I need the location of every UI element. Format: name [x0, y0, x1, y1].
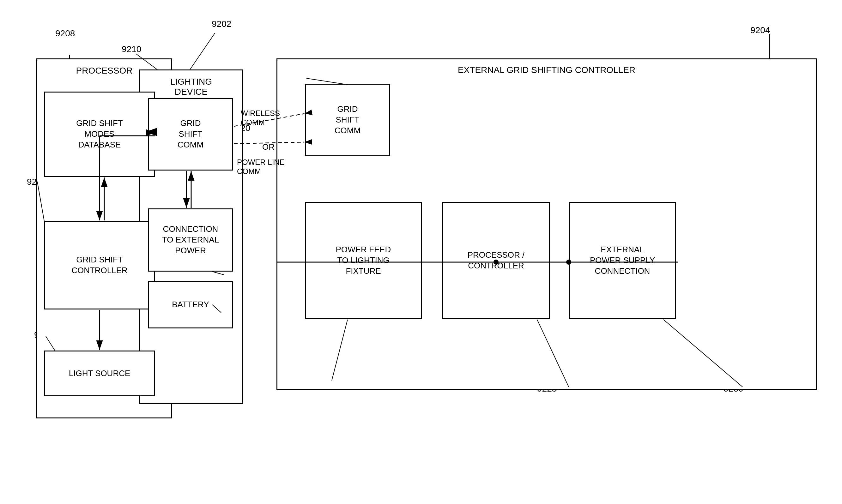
grid-shift-controller-box: GRID SHIFTCONTROLLER [44, 221, 155, 309]
grid-shift-controller-label: GRID SHIFTCONTROLLER [71, 254, 128, 276]
label-9202: 9202 [212, 19, 231, 29]
power-feed-box: POWER FEEDTO LIGHTINGFIXTURE [305, 202, 422, 319]
battery-label: BATTERY [172, 299, 209, 310]
external-power-supply-box: EXTERNALPOWER SUPPLYCONNECTION [569, 202, 676, 319]
lighting-device-label: LIGHTINGDEVICE [170, 77, 212, 97]
battery-box: BATTERY [148, 281, 233, 328]
processor-controller-box: PROCESSOR /CONTROLLER [442, 202, 550, 319]
wireless-comm-label: WIRELESSCOMM [241, 109, 280, 127]
grid-shift-modes-box: GRID SHIFTMODESDATABASE [44, 92, 155, 177]
label-9204: 9204 [750, 25, 770, 35]
grid-shift-comm-left-box: GRIDSHIFTCOMM [148, 98, 233, 170]
grid-shift-comm-left-label: GRIDSHIFTCOMM [178, 118, 204, 150]
power-line-comm-label: POWER LINECOMM [237, 158, 285, 176]
label-9208: 9208 [55, 29, 75, 38]
processor-controller-label: PROCESSOR /CONTROLLER [468, 250, 525, 271]
grid-shift-comm-right-label: GRIDSHIFTCOMM [335, 104, 361, 136]
or-label: OR [262, 142, 275, 152]
connection-external-box: CONNECTIONTO EXTERNALPOWER [148, 209, 233, 272]
processor-label: PROCESSOR [76, 66, 133, 76]
grid-shift-modes-label: GRID SHIFTMODESDATABASE [76, 118, 123, 150]
external-grid-label: EXTERNAL GRID SHIFTING CONTROLLER [458, 65, 635, 75]
light-source-label: LIGHT SOURCE [69, 368, 130, 379]
label-9210: 9210 [122, 44, 141, 54]
diagram: 9208 9210 9202 9226 9204 9220 9212 9214 … [0, 0, 842, 504]
grid-shift-comm-right-box: GRIDSHIFTCOMM [305, 84, 390, 156]
external-power-supply-label: EXTERNALPOWER SUPPLYCONNECTION [590, 245, 655, 276]
light-source-box: LIGHT SOURCE [44, 350, 155, 396]
svg-line-20 [190, 33, 215, 70]
connection-external-label: CONNECTIONTO EXTERNALPOWER [162, 224, 219, 256]
power-feed-label: POWER FEEDTO LIGHTINGFIXTURE [336, 245, 391, 276]
